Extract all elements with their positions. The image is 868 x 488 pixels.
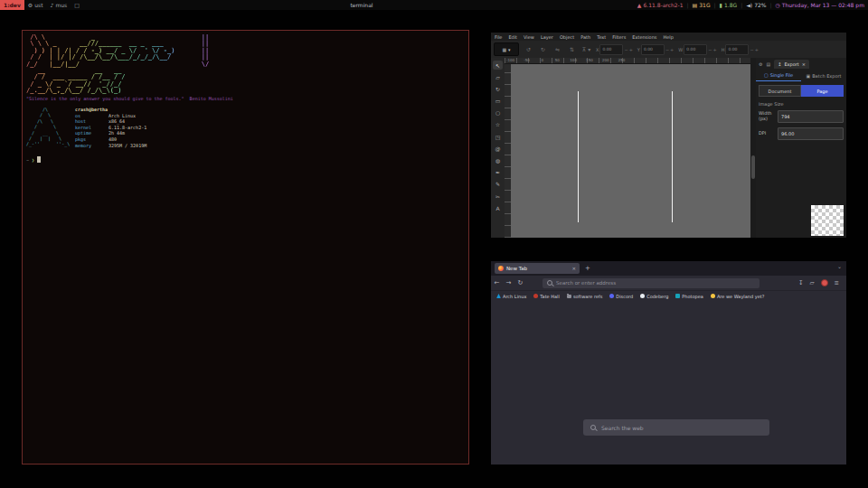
export-dpi-input[interactable]: 96.00: [778, 127, 844, 140]
tab-close-icon[interactable]: ×: [571, 266, 576, 271]
y-label: Y: [637, 47, 640, 52]
status-bar: 1:dev ⚙ ust ♪ mus □ terminal ▲ 6.11.8-ar…: [0, 0, 868, 10]
export-width-input[interactable]: 794: [778, 110, 844, 123]
reload-button[interactable]: ↻: [514, 279, 526, 286]
memory-module: ▮ 1.8G: [720, 2, 738, 8]
fetch-row: pkgs 480: [75, 136, 146, 143]
page-button[interactable]: Page: [801, 85, 844, 97]
minus-stepper[interactable]: −: [750, 47, 753, 52]
volume-module[interactable]: ◄) 72%: [746, 2, 766, 8]
active-tab[interactable]: New Tab ×: [495, 263, 580, 274]
plus-stepper[interactable]: +: [670, 47, 674, 52]
paint-bucket-tool[interactable]: ◍: [493, 156, 503, 165]
text-tool[interactable]: A: [493, 203, 503, 212]
minus-stepper[interactable]: −: [708, 47, 712, 52]
plus-stepper[interactable]: +: [755, 47, 759, 52]
close-icon[interactable]: ×: [802, 61, 806, 67]
recording-indicator-icon[interactable]: [821, 279, 828, 286]
ellipse-tool[interactable]: ○: [493, 108, 503, 117]
menu-file[interactable]: File: [495, 34, 502, 40]
menu-filters[interactable]: Filters: [612, 34, 626, 40]
selector-tool[interactable]: ↖: [493, 61, 503, 70]
y-coordinate-field[interactable]: Y 0.00 − +: [637, 44, 674, 55]
wrench-icon[interactable]: ⚙: [759, 61, 762, 67]
rectangle-tool[interactable]: ▭: [493, 97, 503, 106]
x-coordinate-field[interactable]: X 0.00 − +: [596, 44, 633, 55]
back-button[interactable]: ←: [491, 279, 503, 286]
x-value[interactable]: 0.00: [599, 44, 623, 55]
bookmark-tate-hall[interactable]: Tate Hall: [533, 294, 560, 299]
menu-object[interactable]: Object: [560, 34, 574, 40]
inkscape-canvas[interactable]: [511, 64, 750, 238]
scrollbar-thumb[interactable]: [751, 155, 755, 179]
shell-prompt[interactable]: ~ ❯: [26, 156, 41, 163]
spiral-tool[interactable]: @: [493, 144, 503, 153]
tool-options-dropdown[interactable]: ▦ ▾: [494, 42, 519, 56]
menu-edit[interactable]: Edit: [508, 34, 517, 40]
workspace-dev[interactable]: 1:dev: [0, 0, 24, 10]
width-field-toolbar[interactable]: W 0.00 − +: [678, 44, 716, 55]
batch-export-tab[interactable]: ▣ Batch Export: [801, 70, 846, 81]
fetch-row: memory 3295M / 32019M: [75, 143, 146, 149]
ascii-banner: /\ \ _ || \ \ \ _ __///______ __ _ ___ |…: [26, 34, 209, 95]
menu-view[interactable]: View: [524, 34, 534, 40]
y-value[interactable]: 0.00: [641, 44, 665, 55]
menu-layer[interactable]: Layer: [541, 34, 553, 40]
plus-stepper[interactable]: +: [712, 47, 716, 52]
export-width-row: Width (px) 794: [759, 109, 844, 124]
rotate-ccw-button[interactable]: ↺: [524, 46, 533, 52]
download-icon[interactable]: ↧: [798, 279, 803, 286]
workspace-misc[interactable]: □: [71, 0, 83, 10]
workspace-ust[interactable]: ⚙ ust: [24, 0, 47, 10]
menu-help[interactable]: Help: [663, 34, 673, 40]
export-icon: ↥: [778, 61, 781, 67]
height-field-toolbar[interactable]: H 0.00 − +: [722, 44, 759, 55]
web-search-input[interactable]: Search the web: [583, 419, 769, 436]
new-tab-button[interactable]: +: [585, 265, 590, 272]
workspace-mus[interactable]: ♪ mus: [47, 0, 71, 10]
shape-builder-tool[interactable]: ↻: [493, 84, 503, 93]
disk-free: 31G: [699, 2, 710, 8]
bookmark-codeberg[interactable]: Codeberg: [640, 294, 668, 299]
browser-tab-bar: New Tab × + ⌄: [491, 261, 846, 276]
menu-path[interactable]: Path: [580, 34, 590, 40]
minus-stepper[interactable]: −: [624, 47, 627, 52]
document-button[interactable]: Document: [759, 85, 801, 97]
menu-extensions[interactable]: Extensions: [632, 34, 656, 40]
browser-window[interactable]: New Tab × + ⌄ ← → ↻ Search or enter addr…: [491, 261, 846, 465]
pen-tool[interactable]: ✒: [493, 168, 503, 177]
calligraphy-tool[interactable]: ✂: [493, 192, 503, 201]
x-label: X: [596, 47, 599, 52]
menu-icon[interactable]: ≡: [835, 279, 839, 286]
star-tool[interactable]: ☆: [493, 120, 503, 129]
menu-text[interactable]: Text: [597, 34, 606, 40]
node-tool[interactable]: ▱: [493, 72, 503, 81]
single-file-icon: ▢: [764, 72, 769, 78]
swatches-icon[interactable]: ▤: [766, 61, 770, 67]
bookmark-photopea[interactable]: Photopea: [675, 294, 703, 299]
pencil-tool[interactable]: ✎: [493, 180, 503, 189]
forward-button[interactable]: →: [503, 279, 514, 286]
plus-stepper[interactable]: +: [629, 47, 633, 52]
single-file-tab[interactable]: ▢ Single File: [756, 70, 801, 81]
export-dock-tab[interactable]: ↥ Export ×: [774, 60, 809, 69]
kernel-version: 6.11.8-arch2-1: [643, 2, 683, 8]
minus-stepper[interactable]: −: [665, 47, 669, 52]
extension-icon[interactable]: ▱: [810, 279, 815, 286]
tab-overflow-chevron-icon[interactable]: ⌄: [837, 263, 842, 269]
box3d-tool[interactable]: ◳: [493, 132, 503, 141]
rotate-cw-button[interactable]: ↻: [538, 46, 548, 52]
bookmark-discord[interactable]: Discord: [609, 294, 633, 299]
bookmark-arch-linux[interactable]: Arch Linux: [496, 294, 526, 299]
snap-dropdown[interactable]: ⊼ ▾: [581, 46, 591, 52]
flip-vertical-button[interactable]: ⇅: [567, 46, 577, 52]
bookmark-software-refs[interactable]: software refs: [567, 294, 602, 299]
datetime: Thursday, Mar 13 — 02:48 pm: [782, 2, 864, 8]
h-value[interactable]: 0.00: [725, 44, 749, 55]
url-bar[interactable]: Search or enter address: [542, 278, 760, 288]
w-value[interactable]: 0.00: [684, 44, 707, 55]
flip-horizontal-button[interactable]: ⇋: [552, 46, 562, 52]
inkscape-window[interactable]: File Edit View Layer Object Path Text Fi…: [491, 33, 846, 238]
terminal-window[interactable]: /\ \ _ || \ \ \ _ __///______ __ _ ___ |…: [22, 30, 469, 465]
bookmark-wayland[interactable]: Are we Wayland yet?: [711, 294, 764, 299]
